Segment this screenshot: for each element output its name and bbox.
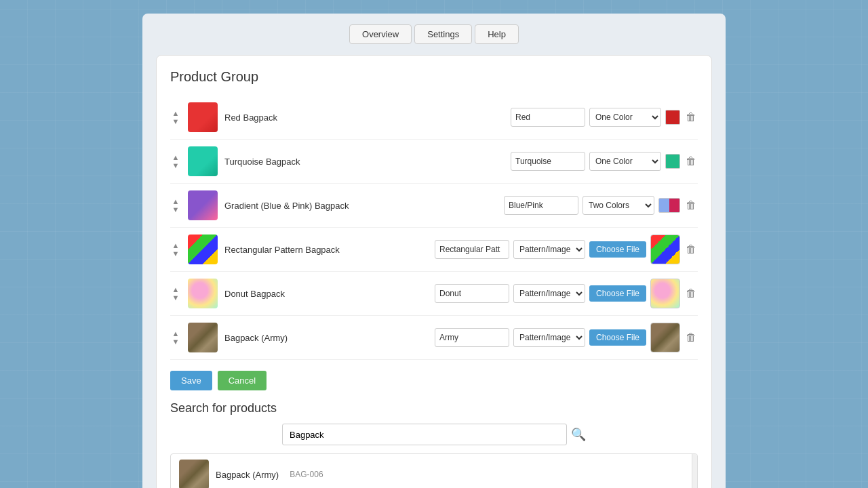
color-swatch[interactable] <box>665 154 680 169</box>
search-icon: 🔍 <box>571 428 586 441</box>
choose-file-button[interactable]: Choose File <box>589 285 646 302</box>
color-label-input[interactable] <box>511 152 585 171</box>
product-image <box>188 323 218 352</box>
sort-down-icon: ▼ <box>172 293 180 302</box>
product-list: ▲▼Red BagpackOne ColorTwo ColorsPattern/… <box>170 96 698 360</box>
color-label-input[interactable] <box>435 328 509 347</box>
pattern-preview <box>650 279 680 308</box>
trash-icon: 🗑 <box>686 287 696 299</box>
overview-tab[interactable]: Overview <box>349 24 412 44</box>
trash-icon: 🗑 <box>686 199 696 211</box>
color-label-input[interactable] <box>435 240 509 259</box>
product-controls: One ColorTwo ColorsPattern/Image🗑 <box>504 196 698 215</box>
color-type-select[interactable]: One ColorTwo ColorsPattern/Image <box>589 108 661 127</box>
product-row: ▲▼Gradient (Blue & Pink) BagpackOne Colo… <box>170 184 698 228</box>
search-button[interactable]: 🔍 <box>571 427 586 442</box>
product-row: ▲▼Turquoise BagpackOne ColorTwo ColorsPa… <box>170 140 698 184</box>
product-row: ▲▼Donut BagpackOne ColorTwo ColorsPatter… <box>170 272 698 316</box>
product-name: Donut Bagpack <box>224 289 428 299</box>
search-section-title: Search for products <box>170 401 698 415</box>
delete-button[interactable]: 🗑 <box>684 330 698 345</box>
drag-handle[interactable]: ▲▼ <box>170 197 181 214</box>
sort-down-icon: ▼ <box>172 117 180 125</box>
pattern-preview <box>650 323 680 352</box>
action-buttons: Save Cancel <box>170 371 698 390</box>
search-bar: 🔍 <box>170 424 698 445</box>
color-label-input[interactable] <box>435 284 509 303</box>
product-image <box>188 279 218 308</box>
trash-icon: 🗑 <box>686 111 696 123</box>
sort-up-icon: ▲ <box>172 285 180 293</box>
scrollbar-track[interactable] <box>692 454 697 488</box>
color-type-select[interactable]: One ColorTwo ColorsPattern/Image <box>589 152 661 171</box>
section-title: Product Group <box>170 69 698 85</box>
sort-down-icon: ▼ <box>172 161 180 169</box>
trash-icon: 🗑 <box>686 331 696 343</box>
product-row: ▲▼Rectangular Pattern BagpackOne ColorTw… <box>170 228 698 272</box>
drag-handle[interactable]: ▲▼ <box>170 241 181 258</box>
color-label-input[interactable] <box>504 196 578 215</box>
color-type-select[interactable]: One ColorTwo ColorsPattern/Image <box>513 328 585 347</box>
settings-tab[interactable]: Settings <box>414 24 472 44</box>
result-name: Bagpack (Army) <box>216 470 279 480</box>
color-type-select[interactable]: One ColorTwo ColorsPattern/Image <box>513 240 585 259</box>
cancel-button[interactable]: Cancel <box>218 371 267 390</box>
product-row: ▲▼Bagpack (Army)One ColorTwo ColorsPatte… <box>170 316 698 360</box>
color-type-select[interactable]: One ColorTwo ColorsPattern/Image <box>583 196 654 215</box>
product-controls: One ColorTwo ColorsPattern/Image🗑 <box>511 152 698 171</box>
save-button[interactable]: Save <box>170 371 212 390</box>
product-name: Turquoise Bagpack <box>224 157 504 167</box>
product-image <box>188 102 218 132</box>
product-name: Gradient (Blue & Pink) Bagpack <box>224 201 497 211</box>
sort-up-icon: ▲ <box>172 109 180 117</box>
drag-handle[interactable]: ▲▼ <box>170 153 181 169</box>
result-code: BAG-006 <box>290 470 323 479</box>
delete-button[interactable]: 🗑 <box>684 198 698 213</box>
sort-up-icon: ▲ <box>172 153 180 161</box>
search-result-item[interactable]: Bagpack (Army)BAG-006 <box>171 454 697 488</box>
drag-handle[interactable]: ▲▼ <box>170 329 181 346</box>
result-image <box>179 460 209 488</box>
main-panel: Product Group ▲▼Red BagpackOne ColorTwo … <box>156 55 712 488</box>
delete-button[interactable]: 🗑 <box>684 286 698 301</box>
sort-up-icon: ▲ <box>172 197 180 205</box>
sort-down-icon: ▼ <box>172 205 180 214</box>
drag-handle[interactable]: ▲▼ <box>170 285 181 302</box>
product-controls: One ColorTwo ColorsPattern/ImageChoose F… <box>435 235 698 264</box>
help-tab[interactable]: Help <box>475 24 519 44</box>
top-nav: Overview Settings Help <box>142 14 726 55</box>
color-swatch[interactable] <box>665 110 680 125</box>
product-image <box>188 190 218 220</box>
sort-up-icon: ▲ <box>172 241 180 249</box>
sort-up-icon: ▲ <box>172 329 180 338</box>
search-result-list: Bagpack (Army)BAG-006 <box>171 454 697 488</box>
product-controls: One ColorTwo ColorsPattern/ImageChoose F… <box>435 323 698 352</box>
product-name: Rectangular Pattern Bagpack <box>224 245 428 255</box>
color-label-input[interactable] <box>511 108 585 127</box>
delete-button[interactable]: 🗑 <box>684 110 698 125</box>
delete-button[interactable]: 🗑 <box>684 242 698 257</box>
search-input[interactable] <box>282 424 567 445</box>
sort-down-icon: ▼ <box>172 249 180 258</box>
product-name: Bagpack (Army) <box>224 333 428 343</box>
search-results: Bagpack (Army)BAG-006 <box>170 453 698 488</box>
sort-down-icon: ▼ <box>172 338 180 346</box>
trash-icon: 🗑 <box>686 155 696 167</box>
choose-file-button[interactable]: Choose File <box>589 241 646 258</box>
product-controls: One ColorTwo ColorsPattern/Image🗑 <box>511 108 698 127</box>
two-color-swatch[interactable] <box>658 198 680 213</box>
product-image <box>188 146 218 176</box>
product-controls: One ColorTwo ColorsPattern/ImageChoose F… <box>435 279 698 308</box>
drag-handle[interactable]: ▲▼ <box>170 109 181 125</box>
color-type-select[interactable]: One ColorTwo ColorsPattern/Image <box>513 284 585 303</box>
product-row: ▲▼Red BagpackOne ColorTwo ColorsPattern/… <box>170 96 698 140</box>
choose-file-button[interactable]: Choose File <box>589 329 646 346</box>
product-image <box>188 235 218 264</box>
delete-button[interactable]: 🗑 <box>684 154 698 169</box>
product-name: Red Bagpack <box>224 113 504 123</box>
trash-icon: 🗑 <box>686 243 696 255</box>
outer-panel: Overview Settings Help Product Group ▲▼R… <box>142 14 726 488</box>
pattern-preview <box>650 235 680 264</box>
